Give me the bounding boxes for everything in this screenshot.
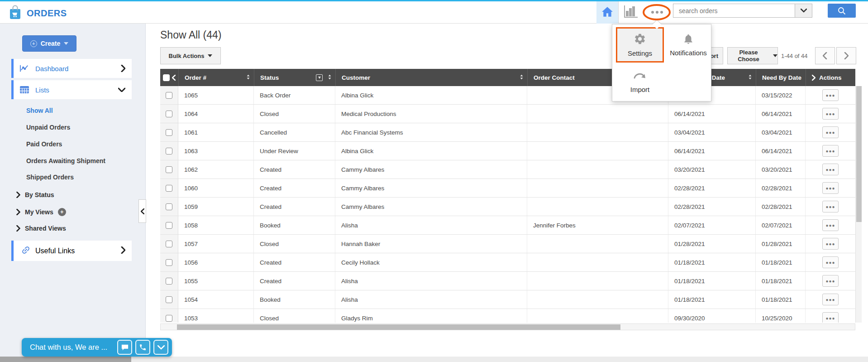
customer-cell: Albina Glick: [335, 142, 527, 160]
page-size-dropdown[interactable]: Please Choose: [727, 47, 778, 64]
column-header-customer[interactable]: Customer: [335, 69, 527, 86]
sidebar-item-lists[interactable]: Lists: [11, 80, 132, 99]
order-cell: 1059: [178, 198, 254, 216]
bulk-actions-button[interactable]: Bulk Actions: [160, 47, 221, 64]
sidebar-item-useful-links[interactable]: Useful Links: [11, 241, 132, 261]
order-contact-cell: [527, 309, 668, 323]
chat-widget[interactable]: Chat with us, We are ...: [22, 338, 172, 357]
sidebar-group-shared-views[interactable]: Shared Views: [16, 225, 66, 232]
order-cell: 1060: [178, 179, 254, 197]
next-page-button[interactable]: [836, 47, 856, 64]
column-header-need-by-date[interactable]: Need By Date: [756, 69, 806, 86]
create-button[interactable]: + Create: [22, 35, 76, 52]
row-actions-button[interactable]: ●●●: [822, 238, 839, 250]
search-submit-button[interactable]: [828, 4, 856, 18]
column-header-actions[interactable]: Actions: [806, 69, 855, 86]
row-checkbox[interactable]: [166, 129, 172, 136]
ellipsis-icon: [651, 11, 654, 14]
search-icon: [838, 7, 846, 15]
previous-page-button[interactable]: [815, 47, 835, 64]
add-view-icon[interactable]: +: [58, 208, 66, 216]
search-scope-dropdown[interactable]: [795, 4, 812, 17]
horizontal-scrollbar[interactable]: [160, 323, 855, 330]
chat-minimize-button[interactable]: [153, 340, 168, 355]
table-row: 1053 Closed Gladys Rim 09/30/2020 10/25/…: [160, 309, 855, 323]
row-actions-button[interactable]: ●●●: [822, 164, 839, 175]
page-horizontal-scrollbar[interactable]: [0, 357, 868, 362]
page-title: Show All (44): [160, 29, 222, 41]
row-actions-button[interactable]: ●●●: [822, 294, 839, 305]
sidebar-link-orders-awaiting-shipment[interactable]: Orders Awaiting Shipment: [26, 157, 105, 164]
ship-by-date-cell: 03/20/2021: [668, 160, 756, 179]
menu-item-import[interactable]: Import: [616, 66, 664, 99]
row-checkbox[interactable]: [166, 296, 172, 303]
chat-bubble-button[interactable]: [117, 340, 132, 355]
order-contact-cell: [527, 198, 668, 216]
table-row: 1060 Created Cammy Albares 02/28/2021 02…: [160, 179, 855, 198]
chevron-left-icon: [823, 52, 827, 59]
row-actions-button[interactable]: ●●●: [822, 145, 839, 157]
menu-item-settings[interactable]: Settings: [616, 27, 664, 63]
more-menu-button[interactable]: [647, 6, 667, 19]
ship-by-date-cell: 02/07/2021: [668, 216, 756, 234]
row-checkbox[interactable]: [166, 185, 172, 192]
horizontal-scrollbar-thumb[interactable]: [177, 324, 620, 330]
line-chart-icon: [20, 64, 29, 72]
select-all-checkbox[interactable]: [163, 74, 170, 81]
row-actions-button[interactable]: ●●●: [822, 108, 839, 120]
row-checkbox[interactable]: [166, 222, 172, 229]
select-all-header[interactable]: [160, 69, 178, 86]
row-actions-button[interactable]: ●●●: [822, 89, 839, 101]
sort-icon[interactable]: [520, 74, 524, 82]
vertical-scrollbar[interactable]: [855, 86, 862, 323]
row-actions-button[interactable]: ●●●: [822, 201, 839, 212]
row-checkbox[interactable]: [166, 166, 172, 173]
row-actions-button[interactable]: ●●●: [822, 256, 839, 268]
search-input[interactable]: [673, 4, 795, 17]
vertical-scrollbar-thumb[interactable]: [856, 86, 862, 222]
row-actions-button[interactable]: ●●●: [822, 182, 839, 194]
row-checkbox[interactable]: [166, 111, 172, 117]
need-by-date-cell: 06/14/2021: [756, 142, 806, 160]
row-checkbox[interactable]: [166, 203, 172, 210]
row-checkbox[interactable]: [166, 278, 172, 285]
chat-call-button[interactable]: [135, 340, 150, 355]
sort-icon[interactable]: [328, 74, 332, 82]
analytics-button[interactable]: [621, 5, 640, 20]
sidebar-item-dashboard[interactable]: Dashboard: [11, 59, 132, 78]
row-checkbox[interactable]: [166, 259, 172, 266]
sidebar-link-show-all[interactable]: Show All: [26, 107, 53, 114]
create-label: Create: [41, 40, 61, 47]
import-arrow-icon: [633, 72, 647, 82]
column-header-order[interactable]: Order #: [178, 69, 254, 86]
row-actions-button[interactable]: ●●●: [822, 126, 839, 138]
sidebar-link-paid-orders[interactable]: Paid Orders: [26, 140, 62, 148]
row-checkbox[interactable]: [166, 148, 172, 154]
home-button[interactable]: [596, 1, 618, 24]
ship-by-date-cell: 06/14/2021: [668, 142, 756, 160]
status-cell: Booked: [254, 216, 335, 234]
sidebar-group-by-status[interactable]: By Status: [16, 191, 54, 198]
column-header-status[interactable]: Status: [254, 69, 335, 86]
customer-cell: Cecily Hollack: [335, 253, 527, 271]
menu-item-notifications[interactable]: Notifications: [668, 27, 709, 63]
sidebar-group-my-views[interactable]: My Views +: [16, 208, 66, 216]
row-checkbox[interactable]: [166, 241, 172, 247]
sidebar-collapse-handle[interactable]: [138, 199, 146, 223]
caret-down-icon: [64, 42, 68, 45]
row-actions-button[interactable]: ●●●: [822, 275, 839, 287]
filter-icon[interactable]: [316, 74, 323, 81]
row-checkbox[interactable]: [166, 315, 172, 322]
order-contact-cell: [527, 253, 668, 271]
row-actions-button[interactable]: ●●●: [822, 312, 839, 323]
table-header-row: Order # Status Customer Order Contact Sh…: [160, 69, 855, 86]
sidebar-link-unpaid-orders[interactable]: Unpaid Orders: [26, 124, 70, 131]
sort-icon[interactable]: [748, 74, 752, 82]
sort-icon[interactable]: [246, 74, 250, 82]
caret-down-icon: [773, 54, 777, 57]
sidebar-link-shipped-orders[interactable]: Shipped Orders: [26, 174, 74, 181]
page-horizontal-scrollbar-thumb[interactable]: [0, 357, 131, 362]
row-checkbox[interactable]: [166, 92, 172, 99]
app-title: ORDERS: [27, 8, 67, 19]
row-actions-button[interactable]: ●●●: [822, 219, 839, 231]
